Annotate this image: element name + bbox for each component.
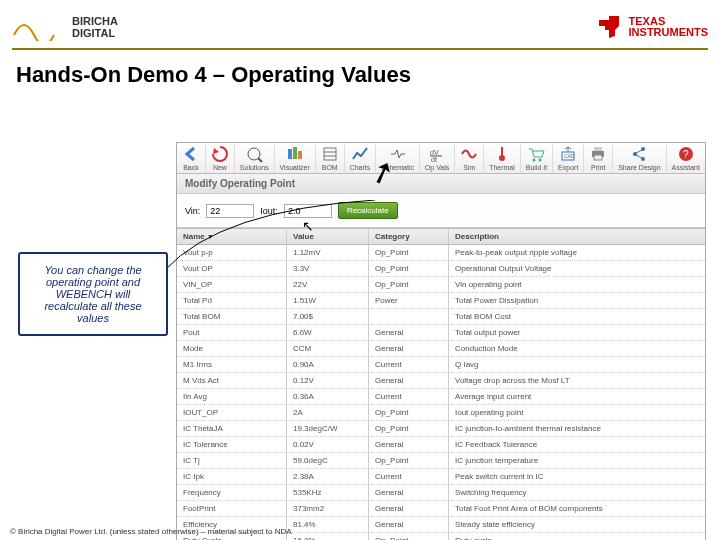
bom-icon xyxy=(321,145,339,163)
tool-back[interactable]: Back xyxy=(177,143,206,173)
cell-category: General xyxy=(369,325,449,340)
cell-value: 373mm2 xyxy=(287,501,369,516)
sim-icon xyxy=(460,145,478,163)
tool-schematic[interactable]: Schematic xyxy=(376,143,420,173)
cell-name: Vout OP xyxy=(177,261,287,276)
tool-solutions[interactable]: Solutions xyxy=(235,143,275,173)
svg-point-11 xyxy=(499,155,505,161)
tool-export[interactable]: CADExport xyxy=(553,143,584,173)
col-description[interactable]: Description xyxy=(449,229,705,244)
cell-category: General xyxy=(369,437,449,452)
cell-name: IC Ipk xyxy=(177,469,287,484)
charts-icon xyxy=(351,145,369,163)
svg-rect-4 xyxy=(324,148,336,160)
cell-description: IC junction-to-ambient thermal resistanc… xyxy=(449,421,705,436)
cell-name: IC Tolerance xyxy=(177,437,287,452)
cell-category: General xyxy=(369,373,449,388)
cell-name: Mode xyxy=(177,341,287,356)
table-row: IC Tj59.0degCOp_PointIC junction tempera… xyxy=(177,453,705,469)
table-row: IC Tolerance0.02VGeneralIC Feedback Tole… xyxy=(177,437,705,453)
cell-value: 2.38A xyxy=(287,469,369,484)
back-icon xyxy=(182,145,200,163)
cell-category: Current xyxy=(369,469,449,484)
help-icon: ? xyxy=(677,145,695,163)
cell-name: IC ThetaJA xyxy=(177,421,287,436)
cell-description: Total output power xyxy=(449,325,705,340)
tool-print[interactable]: Print xyxy=(584,143,613,173)
table-row: IOUT_OP2AOp_PointIout operating point xyxy=(177,405,705,421)
cell-name: VIN_OP xyxy=(177,277,287,292)
wave-icon xyxy=(12,13,72,41)
cell-category: Current xyxy=(369,357,449,372)
cell-value: 59.0degC xyxy=(287,453,369,468)
cell-name: M1 Irms xyxy=(177,357,287,372)
tool-buildit[interactable]: Build It xyxy=(521,143,553,173)
tool-assistant[interactable]: ?Assistant xyxy=(667,143,705,173)
iout-input[interactable] xyxy=(284,204,332,218)
cell-value: 81.4% xyxy=(287,517,369,532)
table-row: Pout6.6WGeneralTotal output power xyxy=(177,325,705,341)
tool-opvals[interactable]: dVdtOp Vals xyxy=(420,143,455,173)
cell-category: General xyxy=(369,501,449,516)
cell-category: Op_Point xyxy=(369,533,449,540)
table-row: Vout OP3.3VOp_PointOperational Output Vo… xyxy=(177,261,705,277)
ti-line2: INSTRUMENTS xyxy=(629,27,708,38)
cell-value: 0.12V xyxy=(287,373,369,388)
cell-description: Duty cycle xyxy=(449,533,705,540)
col-name[interactable]: Name▼ xyxy=(177,229,287,244)
col-category[interactable]: Category xyxy=(369,229,449,244)
ti-logo: TEXAS INSTRUMENTS xyxy=(595,12,708,42)
cell-value: 22V xyxy=(287,277,369,292)
page-title: Hands-On Demo 4 – Operating Values xyxy=(0,54,720,92)
cell-description: Q Iavg xyxy=(449,357,705,372)
tool-sim[interactable]: Sim xyxy=(455,143,484,173)
cell-description: Steady state efficiency xyxy=(449,517,705,532)
cell-category: Op_Point xyxy=(369,405,449,420)
table-row: Frequency535KHzGeneralSwitching frequenc… xyxy=(177,485,705,501)
cell-name: Total Pd xyxy=(177,293,287,308)
cell-category: General xyxy=(369,485,449,500)
cell-category: General xyxy=(369,517,449,532)
cell-category: Power xyxy=(369,293,449,308)
cell-category xyxy=(369,309,449,324)
cart-icon xyxy=(527,145,545,163)
cell-value: CCM xyxy=(287,341,369,356)
ti-chip-icon xyxy=(595,12,625,42)
cell-value: 0.02V xyxy=(287,437,369,452)
table-row: ModeCCMGeneralConduction Mode xyxy=(177,341,705,357)
cell-value: 2A xyxy=(287,405,369,420)
new-icon xyxy=(211,145,229,163)
cell-value: 3.3V xyxy=(287,261,369,276)
operating-point-inputs: Vin: Iout: Recalculate xyxy=(177,194,705,228)
copyright-footer: © Biricha Digital Power Ltd. (unless sta… xyxy=(10,527,292,536)
tool-charts[interactable]: Charts xyxy=(345,143,377,173)
tool-visualizer[interactable]: Visualizer xyxy=(275,143,316,173)
cell-description: Vin operating point xyxy=(449,277,705,292)
sort-down-icon: ▼ xyxy=(207,233,214,240)
biricha-line2: DIGITAL xyxy=(72,27,118,39)
toolbar: Back New Solutions Visualizer BOM Charts… xyxy=(177,143,705,174)
cell-description: Total Power Dissipation xyxy=(449,293,705,308)
cell-category: Op_Point xyxy=(369,261,449,276)
vin-input[interactable] xyxy=(206,204,254,218)
cell-value: 6.6W xyxy=(287,325,369,340)
cell-description: IC junction temperature xyxy=(449,453,705,468)
cell-description: Peak-to-peak output ripple voltage xyxy=(449,245,705,260)
tool-thermal[interactable]: Thermal xyxy=(484,143,521,173)
cell-description: Peak switch current in IC xyxy=(449,469,705,484)
cell-name: Frequency xyxy=(177,485,287,500)
cell-category: Op_Point xyxy=(369,277,449,292)
callout-box: You can change the operating point and W… xyxy=(18,252,168,336)
recalculate-button[interactable]: Recalculate xyxy=(338,202,398,219)
col-value[interactable]: Value xyxy=(287,229,369,244)
cell-description: Voltage drop across the Mosf LT xyxy=(449,373,705,388)
cell-value: 16.2% xyxy=(287,533,369,540)
tool-share[interactable]: Share Design xyxy=(613,143,666,173)
cell-description: Operational Output Voltage xyxy=(449,261,705,276)
svg-text:dt: dt xyxy=(431,156,437,163)
table-row: M1 Irms0.90ACurrentQ Iavg xyxy=(177,357,705,373)
tool-new[interactable]: New xyxy=(206,143,235,173)
tool-bom[interactable]: BOM xyxy=(316,143,345,173)
share-icon xyxy=(630,145,648,163)
cell-name: IOUT_OP xyxy=(177,405,287,420)
